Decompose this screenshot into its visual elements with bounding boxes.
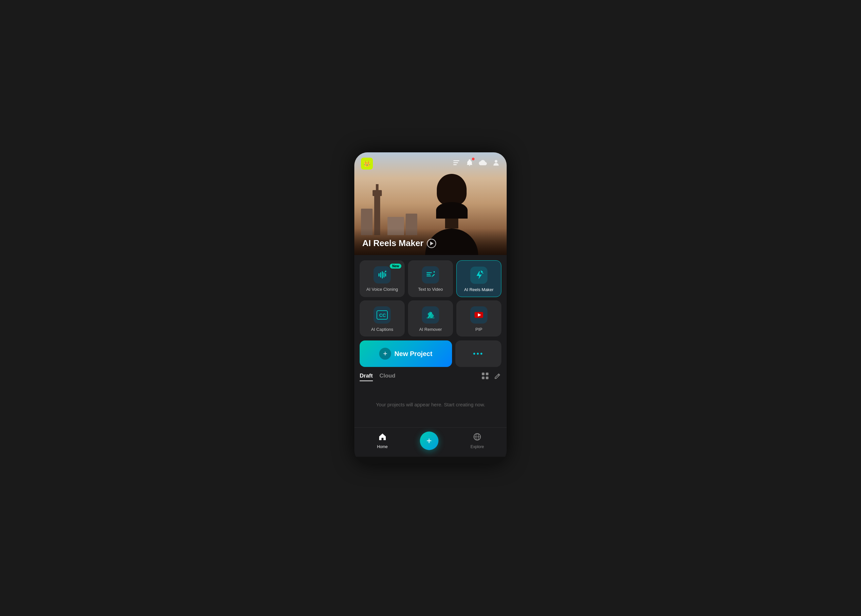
bottom-nav: Home + Explore bbox=[354, 427, 507, 457]
pip-icon bbox=[474, 310, 484, 320]
svg-rect-1 bbox=[453, 162, 458, 163]
tool-card-text-to-video[interactable]: Text to Video bbox=[408, 260, 453, 297]
ai-remover-label: AI Remover bbox=[419, 327, 442, 332]
notification-dot bbox=[472, 158, 474, 160]
voice-cloning-icon bbox=[377, 270, 387, 280]
svg-rect-8 bbox=[385, 273, 386, 277]
svg-rect-27 bbox=[482, 377, 484, 379]
svg-point-16 bbox=[434, 271, 435, 273]
tabs-row: Draft Cloud bbox=[360, 372, 501, 381]
svg-point-9 bbox=[385, 271, 386, 272]
ai-reels-maker-label: AI Reels Maker bbox=[464, 287, 494, 292]
empty-state: Your projects will appear here. Start cr… bbox=[360, 388, 501, 422]
new-project-plus-icon: + bbox=[379, 348, 391, 360]
tool-card-ai-voice-cloning[interactable]: New AI Vo bbox=[360, 260, 405, 297]
tabs-right bbox=[481, 372, 501, 381]
more-dots: ••• bbox=[473, 349, 484, 358]
hero-title: AI Reels Maker bbox=[362, 238, 436, 248]
crown-logo[interactable]: 👑 bbox=[361, 158, 373, 170]
more-button[interactable]: ••• bbox=[455, 341, 501, 367]
captions-icon: CC bbox=[377, 310, 388, 320]
nav-home[interactable]: Home bbox=[377, 432, 388, 449]
phone-container: 👑 bbox=[354, 152, 507, 464]
svg-rect-15 bbox=[427, 275, 431, 277]
tower-top bbox=[372, 190, 382, 196]
pip-icon-wrap bbox=[470, 306, 487, 324]
home-label: Home bbox=[377, 445, 388, 449]
svg-rect-6 bbox=[382, 271, 383, 278]
svg-rect-28 bbox=[486, 377, 489, 379]
ai-captions-icon-wrap: CC bbox=[374, 306, 391, 324]
remover-icon bbox=[426, 310, 435, 320]
new-badge: New bbox=[390, 264, 401, 269]
svg-rect-26 bbox=[486, 372, 489, 375]
top-icons bbox=[452, 159, 500, 168]
grid-view-icon[interactable] bbox=[481, 372, 489, 381]
add-icon: + bbox=[426, 436, 432, 445]
tool-card-ai-remover[interactable]: AI Remover bbox=[408, 300, 453, 336]
tab-draft[interactable]: Draft bbox=[360, 372, 373, 381]
svg-rect-2 bbox=[453, 164, 457, 165]
svg-point-18 bbox=[482, 273, 484, 274]
svg-rect-4 bbox=[379, 273, 380, 277]
pip-label: PIP bbox=[476, 327, 482, 332]
svg-point-19 bbox=[481, 270, 482, 272]
profile-icon[interactable] bbox=[492, 159, 500, 168]
new-project-label: New Project bbox=[394, 350, 432, 358]
nav-explore[interactable]: Explore bbox=[471, 432, 484, 449]
nav-add-button[interactable]: + bbox=[420, 432, 438, 450]
tower-spire bbox=[376, 184, 379, 191]
hero-title-text: AI Reels Maker bbox=[362, 238, 424, 248]
main-content: New AI Vo bbox=[354, 255, 507, 427]
ai-reels-icon bbox=[474, 270, 484, 280]
explore-label: Explore bbox=[471, 445, 484, 449]
tool-card-ai-captions[interactable]: CC AI Captions bbox=[360, 300, 405, 336]
ai-voice-cloning-label: AI Voice Cloning bbox=[366, 287, 398, 292]
svg-line-11 bbox=[386, 270, 387, 271]
svg-rect-25 bbox=[482, 372, 484, 375]
explore-icon bbox=[473, 432, 481, 443]
new-project-button[interactable]: + New Project bbox=[360, 341, 452, 367]
svg-point-3 bbox=[495, 160, 497, 163]
tool-grid: New AI Vo bbox=[360, 260, 501, 336]
empty-state-message: Your projects will appear here. Start cr… bbox=[376, 402, 485, 407]
home-icon bbox=[378, 432, 387, 443]
svg-rect-14 bbox=[427, 274, 430, 275]
play-icon bbox=[430, 242, 434, 245]
menu-icon[interactable] bbox=[452, 159, 460, 168]
svg-rect-0 bbox=[453, 160, 459, 161]
tool-card-pip[interactable]: PIP bbox=[456, 300, 501, 336]
hero-section: 👑 bbox=[354, 152, 507, 255]
ai-voice-cloning-icon-wrap bbox=[374, 266, 391, 283]
ai-reels-maker-icon-wrap bbox=[470, 267, 487, 284]
svg-rect-13 bbox=[427, 272, 432, 273]
tool-card-ai-reels-maker[interactable]: AI Reels Maker bbox=[456, 260, 501, 297]
svg-rect-5 bbox=[380, 272, 381, 278]
new-project-row: + New Project ••• bbox=[360, 341, 501, 367]
svg-rect-7 bbox=[383, 272, 385, 278]
text-to-video-icon bbox=[426, 270, 435, 280]
notification-icon[interactable] bbox=[466, 159, 473, 168]
cloud-icon[interactable] bbox=[479, 159, 487, 168]
top-bar: 👑 bbox=[354, 152, 507, 175]
hero-play-button[interactable] bbox=[427, 239, 436, 248]
text-to-video-label: Text to Video bbox=[418, 287, 443, 292]
ai-remover-icon-wrap bbox=[422, 306, 439, 324]
tabs-left: Draft Cloud bbox=[360, 372, 395, 381]
ai-captions-label: AI Captions bbox=[371, 327, 393, 332]
text-to-video-icon-wrap bbox=[422, 266, 439, 283]
tab-cloud[interactable]: Cloud bbox=[380, 372, 395, 381]
svg-text:CC: CC bbox=[379, 313, 386, 318]
edit-icon[interactable] bbox=[494, 372, 501, 381]
